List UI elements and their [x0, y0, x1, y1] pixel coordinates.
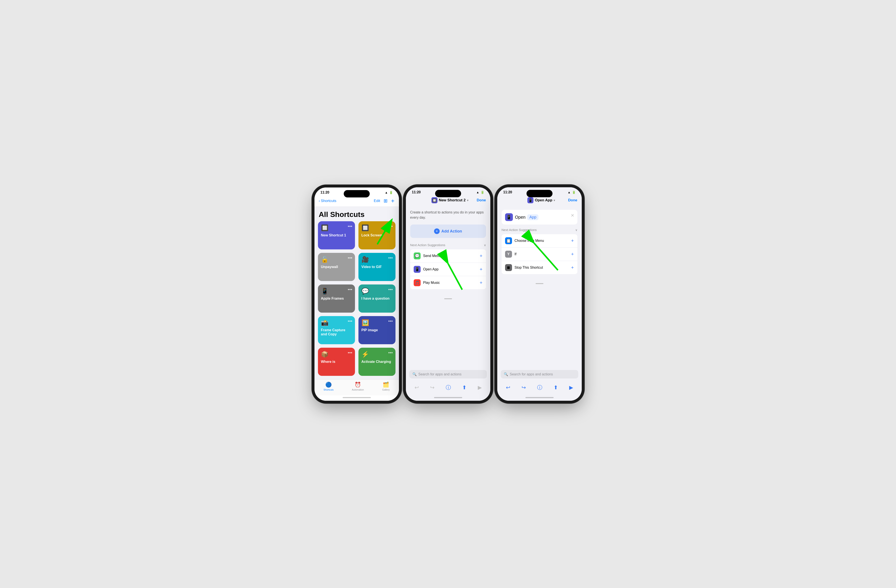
choose-menu-add-icon[interactable]: +: [571, 238, 574, 243]
search-bar-3[interactable]: 🔍 Search for apps and actions: [501, 370, 578, 378]
search-placeholder-3: Search for apps and actions: [510, 372, 553, 376]
scroll-pill-2: [444, 298, 452, 299]
tile-more-icon-6[interactable]: •••: [347, 319, 352, 324]
edit-button-1[interactable]: Edit: [374, 199, 380, 203]
tab-shortcuts[interactable]: 🔵 Shortcuts: [323, 382, 334, 391]
home-bar-1: [343, 397, 371, 398]
phone3-content: 📱 Open App ✕ Next Action Suggestions ∨ 📋: [497, 205, 582, 370]
tile-more-icon-2[interactable]: •••: [347, 255, 352, 260]
tile-icon-0: 🔲: [321, 224, 352, 231]
home-indicator-2: [406, 395, 490, 401]
search-placeholder-2: Search for apps and actions: [418, 372, 462, 376]
suggestion-choose-from-menu[interactable]: 📋 Choose from Menu +: [501, 234, 578, 247]
open-app-label: Open App: [423, 267, 477, 271]
tile-name-0: New Shortcut 1: [321, 233, 352, 237]
open-app-icon: 📱: [414, 266, 421, 273]
automation-tab-icon: ⏰: [355, 382, 361, 388]
open-app-add-icon[interactable]: +: [480, 266, 483, 272]
editor-nav-center-3: 📱 Open App ▾: [527, 197, 555, 203]
suggestions-expand-icon-2[interactable]: ∨: [484, 243, 486, 247]
play-button-2[interactable]: ▶: [478, 384, 482, 390]
suggestion-stop-shortcut[interactable]: ⏹ Stop This Shortcut +: [501, 261, 578, 274]
tile-activate-charging[interactable]: ••• ⚡ Activate Charging: [358, 348, 395, 376]
stop-shortcut-add-icon[interactable]: +: [571, 265, 574, 270]
phone-1-shell: 11:20 ▲ 🔋 ‹ Shortcuts Edit ⊞ + All Short…: [314, 187, 399, 401]
send-message-icon: 💬: [414, 252, 421, 259]
tile-frame-capture[interactable]: ••• 📸 Frame Capture and Copy: [318, 316, 355, 344]
suggestion-if[interactable]: Y If +: [501, 248, 578, 261]
undo-button-2[interactable]: ↩: [414, 384, 419, 390]
status-bar-3: 11:20 ▲ 🔋: [497, 187, 582, 196]
action-card-close-button[interactable]: ✕: [571, 213, 574, 218]
phone-2: 11:20 ▲ 🔋 🔲 New Shortcut 2 ▾ Done Create…: [406, 187, 490, 401]
suggestion-play-music[interactable]: 🎵 Play Music +: [410, 276, 486, 289]
if-label: If: [515, 252, 568, 256]
tile-more-icon-0[interactable]: •••: [347, 224, 352, 229]
tile-more-icon-4[interactable]: •••: [347, 287, 352, 292]
home-bar-2: [434, 397, 462, 398]
tile-name-5: I have a question: [361, 296, 392, 301]
tile-more-icon-8[interactable]: •••: [347, 350, 352, 355]
wifi-icon-1: ▲: [385, 191, 388, 194]
status-time-3: 11:20: [503, 190, 512, 194]
redo-button-2[interactable]: ↪: [430, 384, 434, 390]
share-button-3[interactable]: ⬆: [553, 384, 558, 390]
suggestion-send-message[interactable]: 💬 Send Message +: [410, 249, 486, 262]
tile-where-is[interactable]: ••• 📦 Where is: [318, 348, 355, 376]
action-card-text: Open App: [515, 214, 574, 220]
suggestions-title-2: Next Action Suggestions: [410, 243, 445, 247]
if-add-icon[interactable]: +: [571, 251, 574, 257]
tile-i-have-question[interactable]: ••• 💬 I have a question: [358, 284, 395, 313]
tile-name-3: Video to GIF: [361, 265, 392, 269]
play-button-3[interactable]: ▶: [569, 384, 573, 390]
add-shortcut-button[interactable]: +: [391, 198, 395, 204]
send-message-add-icon[interactable]: +: [480, 253, 483, 259]
tab-gallery[interactable]: 🗂️ Gallery: [382, 382, 390, 391]
editor-body-3: 📱 Open App ✕ Next Action Suggestions ∨ 📋: [497, 205, 582, 282]
tab-gallery-label: Gallery: [382, 388, 390, 391]
tile-more-icon-5[interactable]: •••: [388, 287, 393, 292]
tile-more-icon-7[interactable]: •••: [388, 319, 393, 324]
shortcuts-grid: ••• 🔲 New Shortcut 1 ••• 🔲 Lock Screen •…: [314, 221, 399, 379]
chevron-left-icon-1: ‹: [319, 199, 320, 203]
share-button-2[interactable]: ⬆: [462, 384, 466, 390]
grid-button-1[interactable]: ⊞: [384, 198, 387, 204]
tile-more-icon-1[interactable]: •••: [388, 224, 393, 229]
suggestions-expand-icon-3[interactable]: ∨: [575, 228, 578, 232]
redo-button-3[interactable]: ↪: [521, 384, 526, 390]
nav-actions-1: Edit ⊞ +: [374, 198, 395, 204]
info-button-2[interactable]: ⓘ: [446, 384, 451, 391]
tile-icon-3: 🎥: [361, 256, 392, 263]
gallery-tab-icon: 🗂️: [383, 382, 389, 388]
back-button-1[interactable]: ‹ Shortcuts: [319, 199, 336, 203]
tile-more-icon-9[interactable]: •••: [388, 350, 393, 355]
page-title-1: All Shortcuts: [314, 207, 399, 221]
stop-shortcut-label: Stop This Shortcut: [515, 266, 568, 269]
editor-done-3[interactable]: Done: [568, 198, 578, 202]
tile-lock-screen[interactable]: ••• 🔲 Lock Screen: [358, 221, 395, 249]
home-indicator-3: [497, 395, 582, 401]
tile-more-icon-3[interactable]: •••: [388, 255, 393, 260]
add-action-plus-icon: +: [434, 228, 440, 234]
dynamic-island-2: [435, 190, 461, 197]
tile-apple-frames[interactable]: ••• 📱 Apple Frames: [318, 284, 355, 313]
dynamic-island-3: [527, 190, 553, 197]
app-token[interactable]: App: [527, 214, 538, 220]
suggestions-section-3: Next Action Suggestions ∨ 📋 Choose from …: [501, 228, 578, 274]
tile-video-to-gif[interactable]: ••• 🎥 Video to GIF: [358, 253, 395, 281]
open-app-action-card[interactable]: 📱 Open App ✕: [501, 210, 578, 225]
editor-done-2[interactable]: Done: [477, 198, 486, 202]
play-music-add-icon[interactable]: +: [480, 280, 483, 286]
suggestion-open-app[interactable]: 📱 Open App +: [410, 263, 486, 276]
tile-icon-9: ⚡: [361, 351, 392, 358]
tab-automation[interactable]: ⏰ Automation: [352, 382, 364, 391]
tile-pip-image[interactable]: ••• 🖼️ PIP image: [358, 316, 395, 344]
info-button-3[interactable]: ⓘ: [537, 384, 542, 391]
search-icon-3: 🔍: [504, 372, 508, 376]
tile-new-shortcut-1[interactable]: ••• 🔲 New Shortcut 1: [318, 221, 355, 249]
tile-unpaywall[interactable]: ••• 🔓 Unpaywall: [318, 253, 355, 281]
add-action-button[interactable]: + Add Action: [410, 225, 486, 238]
home-indicator-1: [314, 395, 399, 401]
search-bar-2[interactable]: 🔍 Search for apps and actions: [409, 370, 487, 378]
undo-button-3[interactable]: ↩: [506, 384, 510, 390]
